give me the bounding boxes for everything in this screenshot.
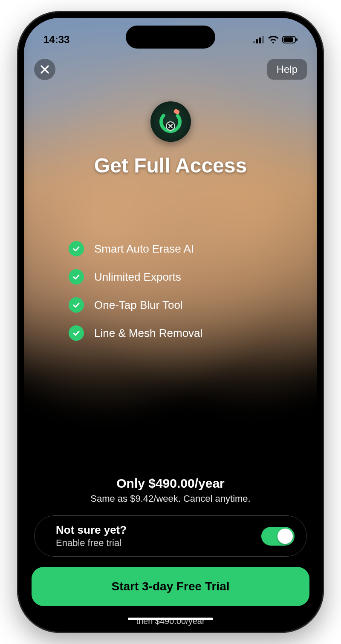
wifi-icon — [268, 35, 279, 44]
svg-rect-2 — [259, 37, 261, 43]
check-icon — [69, 241, 84, 256]
page-title: Get Full Access — [94, 154, 247, 177]
app-icon — [150, 101, 191, 142]
close-button[interactable] — [34, 59, 55, 80]
svg-rect-1 — [256, 39, 258, 43]
feature-list: Smart Auto Erase AI Unlimited Exports On… — [24, 241, 317, 341]
feature-label: Line & Mesh Removal — [94, 327, 202, 340]
check-icon — [69, 325, 84, 341]
phone-frame: 14:33 Help — [17, 11, 324, 633]
hero: Get Full Access — [24, 101, 317, 177]
trial-sub: Enable free trial — [56, 538, 127, 549]
svg-rect-3 — [262, 36, 264, 43]
status-time: 14:33 — [43, 34, 69, 46]
screen: 14:33 Help — [24, 18, 317, 626]
feature-label: Unlimited Exports — [94, 270, 181, 284]
home-indicator[interactable] — [128, 618, 213, 620]
start-trial-button[interactable]: Start 3-day Free Trial — [32, 567, 309, 606]
check-icon — [69, 269, 84, 285]
pricing: Only $490.00/year Same as $9.42/week. Ca… — [24, 476, 317, 504]
trial-text: Not sure yet? Enable free trial — [56, 523, 127, 549]
price-main: Only $490.00/year — [37, 476, 304, 491]
svg-rect-6 — [296, 38, 298, 41]
svg-rect-9 — [173, 108, 180, 115]
free-trial-toggle[interactable] — [261, 527, 295, 546]
price-sub: Same as $9.42/week. Cancel anytime. — [37, 493, 304, 504]
toggle-knob — [277, 529, 293, 544]
feature-item: Smart Auto Erase AI — [69, 241, 272, 256]
status-icons — [253, 35, 298, 44]
feature-label: Smart Auto Erase AI — [94, 242, 194, 256]
feature-item: Line & Mesh Removal — [69, 325, 272, 341]
close-icon — [40, 65, 49, 74]
feature-label: One-Tap Blur Tool — [94, 299, 183, 312]
feature-item: One-Tap Blur Tool — [69, 297, 272, 313]
svg-rect-5 — [284, 37, 293, 42]
dynamic-island — [126, 26, 215, 49]
trial-box: Not sure yet? Enable free trial — [34, 515, 307, 557]
top-bar: Help — [24, 52, 317, 80]
cellular-icon — [253, 36, 264, 43]
feature-item: Unlimited Exports — [69, 269, 272, 285]
trial-question: Not sure yet? — [56, 523, 127, 537]
check-icon — [69, 297, 84, 313]
help-button[interactable]: Help — [267, 59, 307, 80]
battery-icon — [282, 36, 298, 43]
svg-rect-0 — [253, 41, 255, 43]
